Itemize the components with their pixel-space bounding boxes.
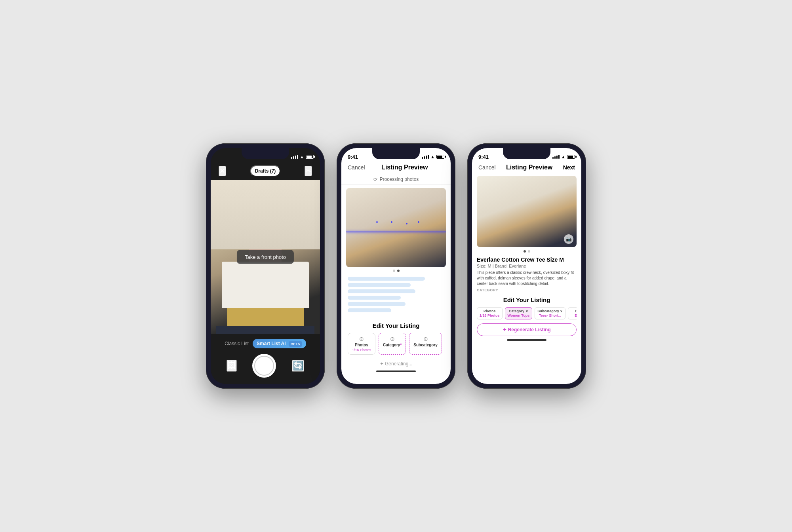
generating-bar: ✦ Generating... — [341, 358, 451, 369]
shutter-inner — [254, 356, 274, 376]
battery-icon — [306, 155, 314, 159]
camera-edit-icon[interactable]: 📷 — [564, 234, 573, 244]
subcategory-label: Subcategory — [413, 343, 438, 347]
processing-label: Processing photos — [380, 177, 419, 182]
scissors-button[interactable]: ✂ — [305, 166, 312, 176]
processing-screen: 9:41 ▲ Cancel Listing Preview — [341, 148, 451, 384]
edit-listing-title-3: Edit Your Listing — [477, 296, 577, 303]
listing-description: This piece offers a classic crew neck, o… — [477, 270, 577, 287]
mode-selector: Classic List Smart List AI BETA — [219, 339, 312, 348]
s2 — [554, 156, 556, 159]
image-carousel-dots-2 — [341, 267, 451, 274]
smart-mode-text: Smart List AI — [257, 341, 286, 346]
subcategory-icon: ⊙ — [423, 336, 428, 342]
cancel-button-2[interactable]: Cancel — [348, 164, 365, 171]
notch-1 — [242, 148, 289, 159]
result-image-dots — [472, 248, 581, 254]
signal-bar-2 — [293, 156, 294, 159]
battery-2 — [436, 155, 444, 159]
skel-line-1 — [348, 277, 425, 281]
tab3-category[interactable]: Category ∨ Women Tops — [505, 307, 533, 319]
beta-badge: BETA — [289, 341, 302, 347]
shutter-button[interactable] — [252, 354, 276, 378]
time-3: 9:41 — [478, 154, 489, 160]
scan-dot-2 — [391, 221, 392, 223]
wifi-icon-2: ▲ — [430, 154, 435, 159]
signal-bars-3 — [552, 155, 560, 159]
listing-title-3: Listing Preview — [506, 164, 552, 171]
t3-cat-label: Category ∨ — [509, 309, 528, 313]
tab-subcategory-2[interactable]: ⊙ Subcategory — [409, 333, 442, 355]
dot-2 — [397, 270, 400, 272]
status-icons-2: ▲ — [422, 154, 444, 159]
category-section-label: CATEGORY — [477, 288, 577, 292]
notch-2 — [372, 148, 420, 159]
t3-br-label: Br... — [575, 309, 577, 313]
camera-photo-bg: Take a front photo — [211, 180, 320, 334]
phone-3: 9:41 ▲ Cancel Listing Preview — [467, 143, 586, 389]
regenerate-button[interactable]: ✦ Regenerate Listing — [477, 323, 577, 336]
tab-photos-2[interactable]: ⊙ Photos 1/16 Photos — [348, 333, 375, 355]
classic-mode-label[interactable]: Classic List — [225, 341, 249, 346]
tab-category-2[interactable]: ⊙ Category* — [379, 333, 406, 355]
next-button-3[interactable]: Next — [563, 164, 575, 171]
signal-bars-2 — [422, 155, 429, 159]
scan-dot-1 — [376, 221, 378, 223]
preview-bg — [346, 188, 446, 267]
status-icons-1: ▲ — [291, 154, 314, 159]
tab3-brand[interactable]: Br... Ev... — [568, 307, 577, 319]
category-icon: ⊙ — [390, 336, 395, 342]
rdot-1 — [524, 250, 526, 253]
tab3-photos[interactable]: Photos 1/16 Photos — [477, 307, 503, 319]
camera-header: ✕ Drafts (7) ✂ — [211, 162, 320, 180]
skel-line-4 — [348, 296, 401, 300]
sb1 — [422, 157, 423, 159]
wifi-icon: ▲ — [300, 154, 304, 159]
battery-3 — [567, 155, 575, 159]
signal-bar-4 — [297, 155, 298, 159]
drafts-button[interactable]: Drafts (7) — [250, 165, 281, 177]
req-star: * — [400, 343, 402, 347]
t3-cat-value: Women Tops — [508, 314, 530, 317]
t3-sub-value: Tees- Short... — [539, 314, 561, 317]
flip-camera-button[interactable]: 🔄 — [292, 360, 304, 372]
skel-line-2 — [348, 283, 411, 287]
skel-line-5 — [348, 302, 406, 306]
home-indicator-3 — [507, 339, 546, 341]
scan-line — [346, 232, 446, 232]
t3-br-value: Ev... — [575, 314, 577, 317]
result-screen: 9:41 ▲ Cancel Listing Preview — [472, 148, 581, 384]
dot-1 — [393, 270, 395, 272]
figure-pants — [216, 326, 314, 334]
signal-bar-1 — [291, 157, 292, 159]
edit-listing-section-2: Edit Your Listing ⊙ Photos 1/16 Photos ⊙… — [341, 318, 451, 358]
time-2: 9:41 — [348, 154, 358, 160]
scan-dot-3 — [406, 223, 407, 224]
photos-sub: 1/16 Photos — [352, 348, 371, 352]
result-image: 📷 — [477, 176, 577, 247]
rdot-2 — [528, 250, 530, 253]
camera-viewfinder: Take a front photo — [211, 180, 320, 334]
result-bg — [477, 176, 577, 247]
notch-3 — [503, 148, 550, 159]
cancel-button-3[interactable]: Cancel — [478, 164, 496, 171]
s1 — [552, 157, 554, 159]
phones-container: ▲ ✕ Drafts (7) ✂ — [206, 143, 586, 389]
category-label-2: Category* — [383, 343, 402, 347]
gallery-button[interactable]: 🖼 — [227, 360, 237, 372]
camera-bottom-bar: Classic List Smart List AI BETA 🖼 🔄 — [211, 334, 320, 384]
edit-listing-section-3: Edit Your Listing Photos 1/16 Photos Cat… — [472, 294, 581, 321]
listing-product-title: Everlane Cotton Crew Tee Size M — [477, 256, 577, 263]
tab3-subcategory[interactable]: Subcategory ∨ Tees- Short... — [535, 307, 565, 319]
signal-bar-3 — [295, 156, 296, 159]
t3-sub-label: Subcategory ∨ — [537, 309, 563, 313]
processing-image — [346, 188, 446, 267]
close-button[interactable]: ✕ — [219, 166, 226, 176]
smart-mode-label[interactable]: Smart List AI BETA — [253, 339, 306, 348]
generating-label: ✦ Generating... — [380, 361, 413, 367]
t3-photos-label: Photos — [484, 309, 496, 313]
processing-spinner-icon: ⟳ — [373, 177, 377, 182]
skel-line-6 — [348, 308, 391, 312]
t3-photos-value: 1/16 Photos — [480, 314, 500, 317]
s4 — [558, 155, 560, 159]
